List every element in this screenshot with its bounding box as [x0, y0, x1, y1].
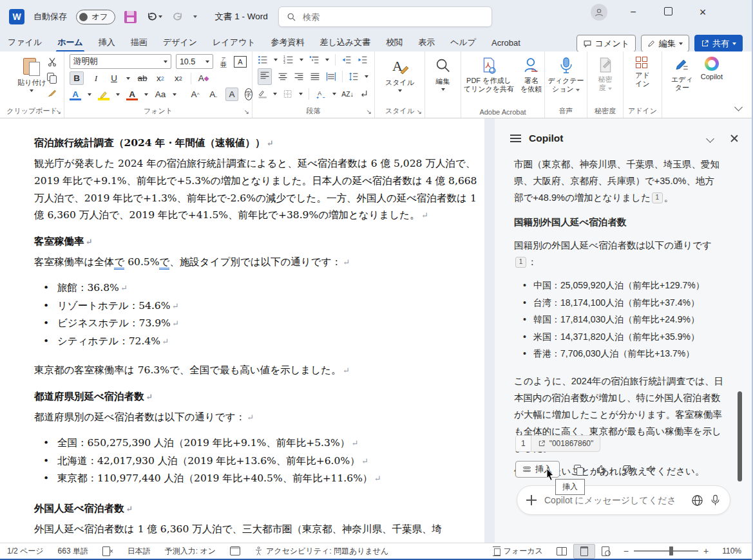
shrink-font-button[interactable]: Aˬ: [207, 88, 219, 100]
highlight-button[interactable]: [98, 88, 110, 100]
save-icon[interactable]: [124, 11, 137, 23]
zoom-level[interactable]: 110%: [715, 546, 752, 555]
multilevel-list-icon[interactable]: [309, 55, 319, 65]
thumbs-up-icon[interactable]: [596, 464, 607, 474]
thumbs-down-icon[interactable]: [621, 464, 631, 474]
character-scaling-dropdown-icon[interactable]: [332, 93, 336, 95]
copilot-input-box[interactable]: [517, 485, 730, 515]
cut-icon[interactable]: [47, 57, 57, 67]
zoom-in-button[interactable]: +: [703, 546, 709, 556]
voice-input-icon[interactable]: [710, 494, 721, 507]
highlight-dropdown-icon[interactable]: [116, 93, 120, 96]
text-effects-button[interactable]: A: [70, 88, 81, 100]
phonetic-guide-icon[interactable]: ア亜: [218, 55, 229, 68]
shading-icon[interactable]: [258, 89, 267, 99]
search-box[interactable]: [278, 6, 492, 27]
page-indicator[interactable]: 1/2 ページ: [0, 546, 51, 557]
align-left-button[interactable]: [258, 68, 272, 85]
strikethrough-button[interactable]: ab: [137, 72, 148, 84]
tab-acrobat[interactable]: Acrobat: [484, 35, 528, 50]
tab-review[interactable]: 校閲: [378, 34, 410, 51]
add-attachment-icon[interactable]: [526, 495, 537, 505]
font-name-combo[interactable]: 游明朝: [70, 54, 171, 69]
character-shading-button[interactable]: A: [225, 88, 238, 101]
shading-dropdown-icon[interactable]: [273, 93, 277, 95]
comments-button[interactable]: コメント: [577, 35, 636, 52]
character-scaling-icon[interactable]: A: [315, 88, 327, 100]
bold-button[interactable]: B: [70, 71, 84, 85]
decrease-indent-icon[interactable]: [341, 55, 352, 65]
numbering-icon[interactable]: 123: [283, 55, 294, 65]
copy-response-icon[interactable]: [574, 465, 582, 474]
justify-button[interactable]: [310, 71, 320, 82]
tab-mailings[interactable]: 差し込み文書: [312, 34, 379, 51]
focus-mode-button[interactable]: フォーカス: [486, 546, 550, 557]
paste-dropdown-icon[interactable]: [30, 89, 33, 92]
copilot-message-input[interactable]: [543, 494, 685, 506]
collapse-panel-icon[interactable]: [706, 135, 714, 143]
tab-file[interactable]: ファイル: [0, 34, 50, 51]
underline-dropdown-icon[interactable]: [126, 77, 130, 80]
sort-icon[interactable]: AZ↓: [342, 88, 354, 100]
formatting-marks-icon[interactable]: [359, 89, 369, 99]
change-case-button[interactable]: Aa: [155, 88, 166, 100]
font-dialog-launcher-icon[interactable]: ↘: [244, 108, 249, 115]
bullets-icon[interactable]: [258, 55, 268, 65]
enclose-character-button[interactable]: 字: [245, 88, 253, 100]
tab-home[interactable]: ホーム: [50, 34, 91, 51]
superscript-button[interactable]: x2: [173, 72, 184, 84]
increase-indent-icon[interactable]: [357, 55, 368, 65]
text-effects-dropdown-icon[interactable]: [88, 93, 91, 96]
underline-button[interactable]: U: [108, 72, 120, 84]
font-color-button[interactable]: A: [126, 88, 138, 100]
align-right-button[interactable]: [294, 71, 304, 82]
citation-chip[interactable]: 1 "001867860": [515, 435, 600, 452]
italic-button[interactable]: I: [90, 72, 102, 84]
language-indicator[interactable]: 日本語: [120, 546, 158, 557]
font-size-combo[interactable]: 10.5: [176, 54, 213, 69]
zoom-slider-track[interactable]: [634, 550, 698, 552]
read-aloud-icon[interactable]: [645, 464, 656, 474]
editing-button[interactable]: 編集: [434, 51, 452, 91]
copy-icon[interactable]: [47, 73, 55, 82]
dictation-button[interactable]: ディクテーション: [548, 51, 584, 93]
document-scrollbar-track[interactable]: [484, 118, 495, 543]
customize-qat-icon[interactable]: [193, 15, 197, 18]
print-layout-button[interactable]: [573, 544, 595, 559]
citation-badge[interactable]: 1: [515, 257, 526, 268]
collapse-ribbon-icon[interactable]: [736, 101, 741, 113]
copilot-button[interactable]: Copilot: [701, 51, 723, 92]
paragraph-dialog-launcher-icon[interactable]: ↘: [367, 108, 372, 115]
paste-button[interactable]: 貼り付け: [17, 51, 46, 92]
line-spacing-dropdown-icon[interactable]: [365, 75, 368, 78]
clipboard-dialog-launcher-icon[interactable]: ↘: [56, 108, 61, 115]
borders-dropdown-icon[interactable]: [299, 93, 303, 95]
tab-design[interactable]: デザイン: [155, 34, 205, 51]
undo-button[interactable]: [146, 10, 162, 23]
macro-record-icon[interactable]: [223, 546, 247, 555]
share-button[interactable]: 共有: [694, 35, 743, 52]
tab-help[interactable]: ヘルプ: [443, 34, 484, 51]
text-prediction-indicator[interactable]: 予測入力: オン: [158, 546, 223, 557]
autosave-toggle[interactable]: オフ: [76, 10, 115, 24]
word-count[interactable]: 663 単語: [51, 546, 95, 557]
enclose-characters-icon[interactable]: A: [234, 56, 247, 68]
undo-dropdown-icon[interactable]: [158, 15, 162, 18]
clear-formatting-button[interactable]: A◆: [198, 72, 209, 84]
read-mode-button[interactable]: [550, 545, 573, 557]
align-center-button[interactable]: [278, 71, 288, 82]
line-spacing-icon[interactable]: [348, 71, 359, 82]
word-logo-icon[interactable]: W: [9, 9, 24, 24]
tab-references[interactable]: 参考資料: [263, 34, 312, 51]
font-color-dropdown-icon[interactable]: [144, 93, 148, 96]
tab-draw[interactable]: 描画: [123, 34, 155, 51]
search-input[interactable]: [301, 12, 452, 23]
grow-font-button[interactable]: A^: [189, 88, 201, 100]
zoom-slider-thumb[interactable]: [669, 546, 673, 555]
close-panel-icon[interactable]: [730, 134, 739, 143]
create-pdf-button[interactable]: 人 PDF を作成してリンクを共有: [464, 51, 514, 93]
tab-view[interactable]: 表示: [410, 34, 443, 51]
maximize-button[interactable]: [659, 6, 677, 18]
change-case-dropdown-icon[interactable]: [173, 93, 176, 96]
minimize-button[interactable]: −: [624, 6, 642, 18]
